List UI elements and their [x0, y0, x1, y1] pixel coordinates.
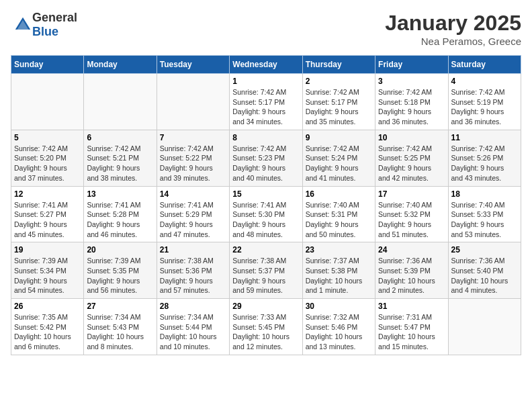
logo-icon — [13, 15, 32, 34]
day-number: 5 — [14, 133, 81, 142]
day-info: Sunrise: 7:41 AM Sunset: 5:29 PM Dayligh… — [160, 200, 226, 240]
weekday-header: Sunday — [11, 56, 84, 74]
day-number: 10 — [378, 133, 445, 142]
calendar-cell: 25Sunrise: 7:36 AM Sunset: 5:40 PM Dayli… — [448, 242, 521, 299]
calendar-cell: 24Sunrise: 7:36 AM Sunset: 5:39 PM Dayli… — [375, 242, 448, 299]
calendar-week-row: 26Sunrise: 7:35 AM Sunset: 5:42 PM Dayli… — [11, 299, 521, 355]
day-number: 16 — [306, 189, 372, 199]
calendar-cell: 18Sunrise: 7:40 AM Sunset: 5:33 PM Dayli… — [448, 186, 521, 242]
calendar-cell: 7Sunrise: 7:42 AM Sunset: 5:22 PM Daylig… — [157, 130, 229, 186]
calendar-cell: 20Sunrise: 7:39 AM Sunset: 5:35 PM Dayli… — [84, 242, 157, 299]
day-info: Sunrise: 7:36 AM Sunset: 5:39 PM Dayligh… — [378, 256, 445, 295]
weekday-header: Saturday — [448, 56, 521, 74]
day-number: 19 — [14, 245, 81, 255]
day-info: Sunrise: 7:40 AM Sunset: 5:31 PM Dayligh… — [306, 200, 372, 240]
day-number: 29 — [232, 302, 299, 311]
day-info: Sunrise: 7:42 AM Sunset: 5:17 PM Dayligh… — [232, 87, 299, 127]
day-number: 2 — [306, 77, 372, 86]
day-info: Sunrise: 7:37 AM Sunset: 5:38 PM Dayligh… — [306, 256, 372, 295]
calendar-cell: 12Sunrise: 7:41 AM Sunset: 5:27 PM Dayli… — [11, 186, 84, 242]
calendar-cell: 28Sunrise: 7:34 AM Sunset: 5:44 PM Dayli… — [157, 299, 229, 355]
calendar-location: Nea Peramos, Greece — [385, 36, 521, 47]
day-number: 14 — [160, 189, 226, 199]
calendar-week-row: 19Sunrise: 7:39 AM Sunset: 5:34 PM Dayli… — [11, 242, 521, 299]
day-number: 17 — [378, 189, 445, 199]
day-info: Sunrise: 7:42 AM Sunset: 5:17 PM Dayligh… — [306, 87, 372, 127]
weekday-header-row: SundayMondayTuesdayWednesdayThursdayFrid… — [11, 56, 521, 74]
logo-general: General — [32, 11, 77, 24]
logo-blue: Blue — [32, 25, 58, 38]
calendar-cell: 21Sunrise: 7:38 AM Sunset: 5:36 PM Dayli… — [157, 242, 229, 299]
day-number: 13 — [87, 189, 153, 199]
day-info: Sunrise: 7:38 AM Sunset: 5:37 PM Dayligh… — [232, 256, 299, 295]
calendar-cell: 10Sunrise: 7:42 AM Sunset: 5:25 PM Dayli… — [375, 130, 448, 186]
day-number: 22 — [232, 245, 299, 255]
calendar-cell: 19Sunrise: 7:39 AM Sunset: 5:34 PM Dayli… — [11, 242, 84, 299]
calendar-cell: 17Sunrise: 7:40 AM Sunset: 5:32 PM Dayli… — [375, 186, 448, 242]
logo-text: General Blue — [32, 11, 77, 39]
day-info: Sunrise: 7:42 AM Sunset: 5:23 PM Dayligh… — [232, 144, 299, 183]
day-info: Sunrise: 7:40 AM Sunset: 5:32 PM Dayligh… — [378, 200, 445, 240]
calendar-cell: 1Sunrise: 7:42 AM Sunset: 5:17 PM Daylig… — [230, 74, 302, 130]
calendar-cell: 4Sunrise: 7:42 AM Sunset: 5:19 PM Daylig… — [448, 74, 521, 130]
calendar-cell: 16Sunrise: 7:40 AM Sunset: 5:31 PM Dayli… — [302, 186, 375, 242]
calendar-cell: 26Sunrise: 7:35 AM Sunset: 5:42 PM Dayli… — [11, 299, 84, 355]
day-number: 7 — [160, 133, 226, 142]
weekday-header: Thursday — [302, 56, 375, 74]
day-info: Sunrise: 7:42 AM Sunset: 5:24 PM Dayligh… — [306, 144, 372, 183]
calendar-title: January 2025 — [385, 11, 521, 36]
title-block: January 2025 Nea Peramos, Greece — [385, 11, 521, 47]
day-number: 4 — [451, 77, 518, 86]
calendar-cell: 27Sunrise: 7:34 AM Sunset: 5:43 PM Dayli… — [84, 299, 157, 355]
day-number: 3 — [378, 77, 445, 86]
day-info: Sunrise: 7:42 AM Sunset: 5:20 PM Dayligh… — [14, 144, 81, 183]
day-info: Sunrise: 7:41 AM Sunset: 5:27 PM Dayligh… — [14, 200, 81, 240]
day-number: 6 — [87, 133, 153, 142]
calendar-cell: 8Sunrise: 7:42 AM Sunset: 5:23 PM Daylig… — [230, 130, 302, 186]
logo: General Blue — [11, 11, 77, 39]
day-info: Sunrise: 7:42 AM Sunset: 5:22 PM Dayligh… — [160, 144, 226, 183]
calendar-cell: 14Sunrise: 7:41 AM Sunset: 5:29 PM Dayli… — [157, 186, 229, 242]
calendar-cell: 2Sunrise: 7:42 AM Sunset: 5:17 PM Daylig… — [302, 74, 375, 130]
day-number: 25 — [451, 245, 518, 255]
weekday-header: Monday — [84, 56, 157, 74]
page-header: General Blue January 2025 Nea Peramos, G… — [11, 11, 521, 47]
day-info: Sunrise: 7:39 AM Sunset: 5:35 PM Dayligh… — [87, 256, 153, 295]
calendar-cell: 30Sunrise: 7:32 AM Sunset: 5:46 PM Dayli… — [302, 299, 375, 355]
calendar-cell: 31Sunrise: 7:31 AM Sunset: 5:47 PM Dayli… — [375, 299, 448, 355]
day-number: 27 — [87, 302, 153, 311]
day-info: Sunrise: 7:42 AM Sunset: 5:19 PM Dayligh… — [451, 87, 518, 127]
day-number: 26 — [14, 302, 81, 311]
day-info: Sunrise: 7:31 AM Sunset: 5:47 PM Dayligh… — [378, 312, 445, 352]
day-info: Sunrise: 7:42 AM Sunset: 5:26 PM Dayligh… — [451, 144, 518, 183]
day-number: 20 — [87, 245, 153, 255]
day-info: Sunrise: 7:42 AM Sunset: 5:21 PM Dayligh… — [87, 144, 153, 183]
calendar-week-row: 12Sunrise: 7:41 AM Sunset: 5:27 PM Dayli… — [11, 186, 521, 242]
day-number: 15 — [232, 189, 299, 199]
day-info: Sunrise: 7:38 AM Sunset: 5:36 PM Dayligh… — [160, 256, 226, 295]
day-info: Sunrise: 7:33 AM Sunset: 5:45 PM Dayligh… — [232, 312, 299, 352]
weekday-header: Wednesday — [230, 56, 302, 74]
calendar-cell: 11Sunrise: 7:42 AM Sunset: 5:26 PM Dayli… — [448, 130, 521, 186]
day-info: Sunrise: 7:32 AM Sunset: 5:46 PM Dayligh… — [306, 312, 372, 352]
calendar-cell: 9Sunrise: 7:42 AM Sunset: 5:24 PM Daylig… — [302, 130, 375, 186]
day-info: Sunrise: 7:41 AM Sunset: 5:30 PM Dayligh… — [232, 200, 299, 240]
day-number: 30 — [306, 302, 372, 311]
calendar-week-row: 1Sunrise: 7:42 AM Sunset: 5:17 PM Daylig… — [11, 74, 521, 130]
calendar-cell — [448, 299, 521, 355]
calendar-cell: 29Sunrise: 7:33 AM Sunset: 5:45 PM Dayli… — [230, 299, 302, 355]
day-number: 28 — [160, 302, 226, 311]
calendar-cell: 6Sunrise: 7:42 AM Sunset: 5:21 PM Daylig… — [84, 130, 157, 186]
calendar-cell: 5Sunrise: 7:42 AM Sunset: 5:20 PM Daylig… — [11, 130, 84, 186]
day-number: 21 — [160, 245, 226, 255]
day-number: 24 — [378, 245, 445, 255]
day-number: 18 — [451, 189, 518, 199]
day-info: Sunrise: 7:41 AM Sunset: 5:28 PM Dayligh… — [87, 200, 153, 240]
day-number: 11 — [451, 133, 518, 142]
day-number: 12 — [14, 189, 81, 199]
calendar-table: SundayMondayTuesdayWednesdayThursdayFrid… — [11, 55, 521, 355]
day-info: Sunrise: 7:42 AM Sunset: 5:25 PM Dayligh… — [378, 144, 445, 183]
day-info: Sunrise: 7:40 AM Sunset: 5:33 PM Dayligh… — [451, 200, 518, 240]
calendar-cell: 23Sunrise: 7:37 AM Sunset: 5:38 PM Dayli… — [302, 242, 375, 299]
day-info: Sunrise: 7:35 AM Sunset: 5:42 PM Dayligh… — [14, 312, 81, 352]
